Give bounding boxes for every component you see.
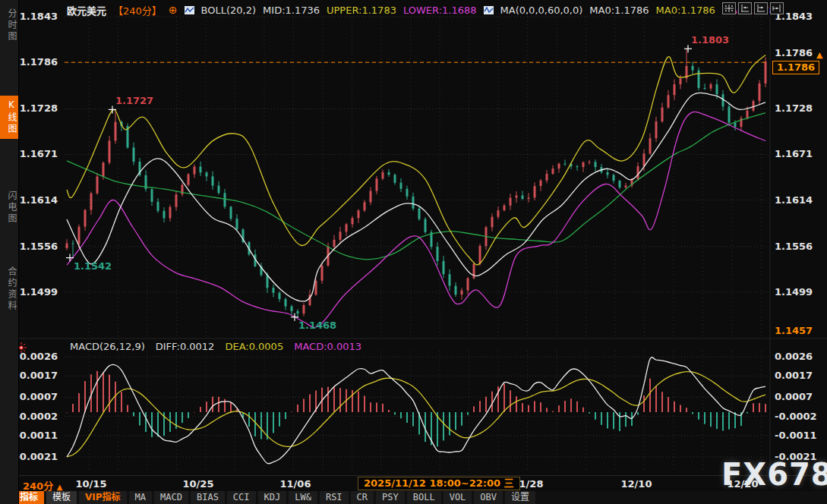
date-label: 12/10 — [610, 478, 663, 490]
watermark: FX678 — [721, 457, 827, 492]
macd-tick-left: -0.0002 — [15, 411, 58, 422]
sidebar-item-0[interactable]: 分时图 — [0, 5, 18, 46]
indicator-tab-10[interactable]: RSI — [320, 491, 349, 504]
scale-forward-icon[interactable] — [754, 2, 768, 14]
ma0-value-2: MA0:1.1786 — [656, 5, 715, 16]
chart-toolbar-icons — [722, 2, 784, 14]
macd-tick-right: -0.0011 — [775, 430, 817, 441]
indicator-tab-16[interactable]: 设置 — [505, 491, 535, 504]
ma0-value-1: MA0:1.1786 — [589, 5, 649, 16]
indicator-tab-9[interactable]: LW& — [289, 491, 317, 504]
price-tick-left: 1.1786 — [15, 56, 58, 68]
macd-tick-right: -0.0002 — [775, 411, 817, 422]
indicator-tab-14[interactable]: VOL — [443, 491, 472, 504]
ma-label: MA(0,0,0,60,0,0) — [500, 5, 583, 16]
indicator-tab-4[interactable]: MA — [129, 491, 152, 504]
date-label: 10/15 — [65, 478, 118, 490]
indicator-toolbar: 指标模板VIP指标MAMACDBIASCCIKDJLW&RSICRPSYBOLL… — [19, 491, 827, 504]
boll-label: BOLL(20,2) — [201, 5, 257, 16]
indicator-tab-8[interactable]: KDJ — [258, 491, 287, 504]
boll-upper-value: UPPER:1.1783 — [327, 5, 396, 16]
indicator-tab-13[interactable]: BOLL — [407, 491, 441, 504]
macd-dea-value: DEA:0.0005 — [225, 341, 283, 352]
macd-diff-value: DIFF:0.0012 — [156, 341, 215, 352]
macd-tick-right: 0.0017 — [775, 370, 813, 381]
price-annotation: 1.1468 — [298, 320, 336, 331]
price-tick-left: 1.1728 — [15, 102, 58, 114]
trading-app: 分时图K线图闪电图合约资料 欧元美元 【240分】 ⊕ BOLL(20,2) M… — [0, 0, 827, 504]
date-label: 10/25 — [172, 478, 225, 490]
price-tick-left: 1.1556 — [15, 241, 58, 252]
indicator-tab-15[interactable]: OBV — [474, 491, 503, 504]
macd-tick-left: -0.0021 — [15, 451, 58, 462]
interval-label: 【240分】 — [113, 3, 162, 17]
macd-tick-right: 0.0007 — [775, 391, 813, 402]
add-indicator-icon[interactable]: ⊕ — [169, 4, 178, 16]
ma-chip-icon — [484, 6, 494, 14]
indicator-tab-11[interactable]: CR — [351, 491, 374, 504]
chart-header: 欧元美元 【240分】 ⊕ BOLL(20,2) MID:1.1736 UPPE… — [67, 4, 781, 16]
scale-back-icon[interactable] — [738, 2, 752, 14]
indicator-tab-2[interactable]: 模板 — [46, 491, 77, 504]
price-tick-right: 1.1614 — [775, 194, 813, 206]
price-tick-right: 1.1671 — [775, 148, 813, 159]
price-up-arrow-icon: ▲ — [816, 50, 822, 60]
sidebar: 分时图K线图闪电图合约资料 — [0, 0, 19, 504]
price-tick-right: 1.1556 — [775, 241, 813, 252]
boll-lower-value: LOWER:1.1688 — [403, 5, 477, 16]
low-watermark-label: 1.1457 — [775, 325, 813, 336]
date-label: 11/06 — [269, 478, 322, 490]
price-tick-left: 1.1671 — [15, 148, 58, 159]
indicator-tab-3[interactable]: VIP指标 — [79, 491, 127, 504]
price-annotation: 1.1803 — [691, 34, 729, 46]
price-tick-right: 1.1728 — [775, 102, 813, 114]
macd-title: MACD(26,12,9) — [70, 341, 145, 352]
boll-mid-value: MID:1.1736 — [263, 5, 320, 16]
sidebar-item-1[interactable]: K线图 — [0, 96, 18, 139]
macd-tick-left: -0.0011 — [15, 430, 58, 441]
indicator-tab-7[interactable]: CCI — [227, 491, 256, 504]
macd-macd-value: MACD:0.0013 — [294, 341, 361, 352]
crosshair-icon[interactable] — [722, 2, 736, 14]
sidebar-item-2[interactable]: 闪电图 — [0, 187, 18, 228]
price-tick-right: 1.1786 — [775, 47, 813, 58]
macd-tick-right: 0.0026 — [775, 351, 813, 362]
boll-chip-icon — [185, 6, 194, 14]
pan-right-icon[interactable] — [770, 2, 784, 14]
macd-header: MACD(26,12,9) DIFF:0.0012 DEA:0.0005 MAC… — [70, 341, 361, 352]
macd-tick-left: 0.0017 — [15, 370, 58, 381]
price-tick-left: 1.1499 — [15, 286, 58, 298]
current-bar-time: 2025/11/12 18:00~22:00 三 — [358, 477, 520, 490]
price-annotation: 1.1542 — [74, 260, 112, 272]
price-tick-left: 1.1843 — [15, 11, 58, 22]
price-tick-left: 1.1614 — [15, 194, 58, 206]
date-axis: 240分 ▲ 10/1510/2511/0611/2812/1012/20 20… — [19, 475, 827, 491]
indicator-tab-5[interactable]: MACD — [154, 491, 188, 504]
current-price-tag: 1.1786 — [772, 61, 819, 74]
chevron-up-icon: ▲ — [57, 483, 63, 491]
indicator-tab-12[interactable]: PSY — [376, 491, 405, 504]
price-annotation: 1.1727 — [115, 95, 153, 106]
price-tick-right: 1.1499 — [775, 286, 813, 298]
indicator-tab-6[interactable]: BIAS — [191, 491, 225, 504]
sidebar-item-3[interactable]: 合约资料 — [0, 263, 18, 316]
chart-canvas[interactable] — [0, 0, 827, 504]
symbol-name: 欧元美元 — [67, 3, 106, 17]
macd-tick-left: 0.0007 — [15, 391, 58, 402]
